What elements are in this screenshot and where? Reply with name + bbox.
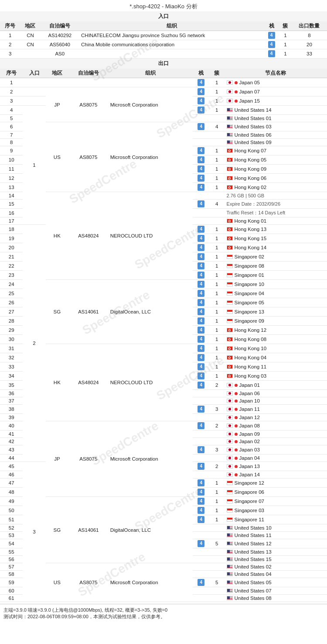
egress-ingress-cell: 1 (23, 106, 45, 225)
stack-badge: 4 (198, 479, 204, 486)
node-label: United States 01 (235, 116, 272, 121)
node-name-container: Singapore 13 (227, 309, 325, 314)
egress-col-header: 节点名称 (224, 69, 327, 78)
egress-stack-cell (193, 430, 210, 438)
egress-col-header: 栈 (193, 69, 210, 78)
egress-stack-cell (193, 532, 210, 539)
egress-seq-cell: 41 (0, 430, 23, 438)
egress-section-header: 出口 (0, 59, 327, 69)
egress-stack-cell: 4 (193, 174, 210, 183)
node-name-container: Singapore 09 (227, 318, 325, 324)
egress-seq-cell: 15 (0, 200, 23, 209)
node-name-container: United States 10 (227, 525, 325, 530)
stack-badge: 4 (198, 579, 204, 586)
jp-flag-icon (227, 432, 233, 436)
egress-node-cell: Hong Kong 15 (224, 234, 327, 243)
ingress-table: 序号地区自治编号组织栈簇出口数量1CNAS140292CHINATELECOM … (0, 21, 327, 59)
node-name-container: Singapore 11 (227, 517, 325, 522)
egress-stack-cell: 4 (193, 106, 210, 115)
node-name-container: United States 12 (227, 541, 325, 546)
node-name-container: Japan 13 (227, 464, 325, 469)
node-name-container: United States 07 (227, 588, 325, 593)
egress-node-cell: United States 13 (224, 548, 327, 556)
egress-col-header: 序号 (0, 69, 23, 78)
egress-node-cell: Japan 03 (224, 445, 327, 455)
egress-cluster-cell: 1 (210, 317, 224, 326)
node-label: Singapore 09 (235, 318, 264, 324)
node-name-container: United States 05 (227, 580, 325, 585)
egress-org-cell: Microsoft Corporation (109, 87, 193, 122)
jp-dot-icon (235, 100, 238, 103)
node-name-container: Japan 07 (227, 89, 325, 94)
egress-node-cell: Singapore 09 (224, 317, 327, 326)
node-name-container: Hong Kong 09 (227, 166, 325, 172)
node-label: Traffic Reset：14 Days Left (227, 210, 286, 216)
egress-cluster-cell (210, 571, 224, 578)
jp-flag-icon (227, 99, 233, 103)
sg-flag-icon (227, 255, 233, 259)
egress-stack-cell: 4 (193, 289, 210, 298)
egress-seq-cell: 45 (0, 462, 23, 471)
stack-badge: 4 (198, 516, 204, 523)
sg-flag-icon (227, 319, 233, 323)
egress-stack-cell: 4 (193, 87, 210, 96)
node-label: Hong Kong 01 (235, 218, 267, 224)
ingress-cell: 1 (0, 31, 20, 40)
jp-dot-icon (235, 473, 238, 476)
egress-org-cell: NEROCLOUD LTD (109, 344, 193, 421)
hk-flag-icon (227, 227, 233, 231)
stack-badge: 4 (198, 165, 204, 172)
egress-node-cell: Japan 14 (224, 471, 327, 479)
egress-cluster-cell (210, 595, 224, 602)
ingress-stack-cell: 4 (264, 49, 279, 59)
egress-seq-cell: 50 (0, 506, 23, 515)
egress-cluster-cell: 2 (210, 421, 224, 430)
egress-cluster-cell (210, 587, 224, 595)
us-flag-icon (227, 108, 233, 112)
egress-region-cell: SG (46, 280, 68, 344)
ingress-exit-count-cell: 20 (292, 40, 327, 49)
us-flag-icon (227, 580, 233, 585)
egress-stack-cell: 4 (193, 445, 210, 455)
egress-region-cell: JP (46, 87, 68, 122)
egress-stack-cell: 4 (193, 405, 210, 414)
stack-badge: 4 (198, 88, 204, 95)
stack-badge: 4 (198, 336, 204, 343)
hk-flag-icon (227, 365, 233, 369)
egress-node-cell: Singapore 04 (224, 289, 327, 298)
egress-seq-cell: 28 (0, 317, 23, 326)
egress-stack-cell: 4 (193, 381, 210, 390)
node-name-container: Japan 06 (227, 391, 325, 396)
egress-stack-cell: 4 (193, 271, 210, 280)
sg-flag-icon (227, 273, 233, 277)
node-label: Hong Kong 05 (235, 157, 267, 162)
egress-node-cell: United States 12 (224, 539, 327, 548)
us-flag-icon (227, 133, 233, 137)
egress-node-cell: Japan 09 (224, 430, 327, 438)
egress-node-cell: United States 09 (224, 139, 327, 146)
egress-stack-cell (193, 571, 210, 578)
stack-badge: 4 (198, 123, 204, 130)
egress-seq-cell: 37 (0, 397, 23, 405)
node-label: Singapore 11 (235, 517, 264, 522)
egress-seq-cell: 42 (0, 438, 23, 445)
egress-cluster-cell (210, 524, 224, 532)
egress-seq-cell: 47 (0, 479, 23, 488)
stack-badge: 4 (198, 200, 204, 207)
hk-flag-icon (227, 236, 233, 241)
egress-cluster-cell: 1 (210, 362, 224, 372)
egress-org-cell (109, 78, 193, 87)
node-name-container: United States 15 (227, 557, 325, 562)
egress-asn-cell: AS8075 (68, 421, 109, 497)
node-name-container: Hong Kong 10 (227, 346, 325, 351)
egress-seq-cell: 60 (0, 587, 23, 595)
egress-cluster-cell: 1 (210, 106, 224, 115)
egress-node-cell: Singapore 11 (224, 515, 327, 524)
egress-node-cell: Japan 06 (224, 390, 327, 397)
node-name-container: Singapore 04 (227, 291, 325, 296)
egress-org-cell: Microsoft Corporation (109, 122, 193, 192)
node-name-container: United States 09 (227, 140, 325, 145)
egress-stack-cell (193, 192, 210, 200)
egress-seq-cell: 3 (0, 96, 23, 106)
stack-badge: 4 (198, 363, 204, 370)
